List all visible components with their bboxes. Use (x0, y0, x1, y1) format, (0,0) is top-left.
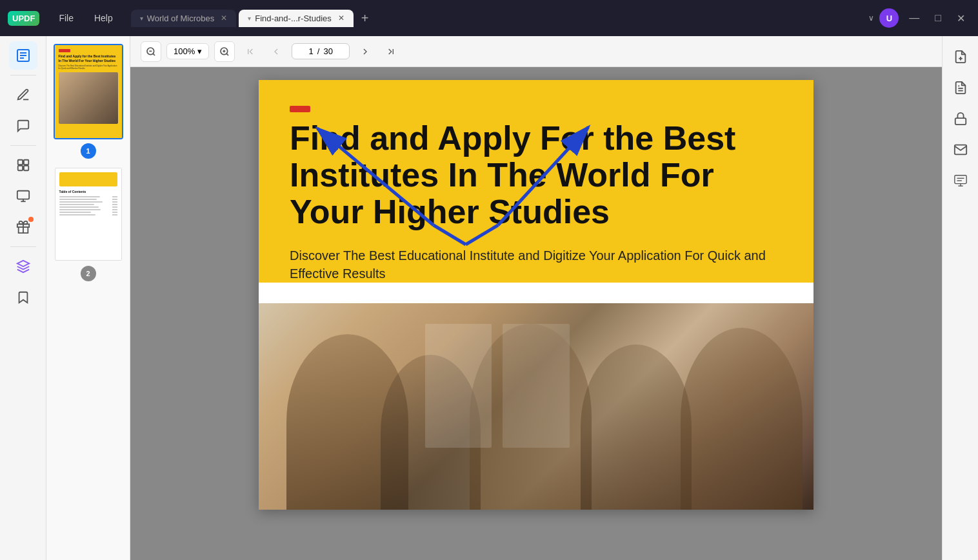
svg-rect-8 (17, 191, 28, 199)
pdf-main-title: Find and Apply For the Best Institutes I… (290, 120, 783, 231)
dropdown-arrow[interactable]: ∨ (868, 14, 874, 23)
edit-tool-icon[interactable] (9, 81, 37, 109)
pdf-subtitle: Discover The Best Educational Institute … (290, 246, 783, 283)
thumbnail-panel: Find and Apply for the Best Institutes I… (46, 36, 130, 560)
reader-mode-icon[interactable] (9, 41, 37, 70)
title-bar: UPDF File Help ▾ World of Microbes ✕ ▾ F… (0, 0, 978, 36)
tab1-close[interactable]: ✕ (221, 14, 227, 23)
page-sep: / (317, 46, 320, 56)
svg-rect-33 (954, 175, 966, 184)
email-button[interactable] (948, 137, 973, 163)
file-menu[interactable]: File (51, 10, 81, 26)
brand-logo (290, 106, 310, 112)
first-page-button[interactable] (240, 41, 261, 62)
svg-rect-4 (17, 160, 22, 165)
thumbnail-page-2[interactable]: Table of Contents 2 (52, 166, 125, 281)
zoom-in-button[interactable] (214, 41, 235, 62)
organize-tool-icon[interactable] (9, 151, 37, 179)
last-page-button[interactable] (381, 41, 401, 62)
svg-line-16 (153, 54, 155, 55)
zoom-dropdown-arrow: ▾ (197, 46, 202, 56)
next-page-button[interactable] (355, 41, 375, 62)
close-button[interactable]: ✕ (952, 10, 970, 27)
divider-1 (10, 75, 36, 75)
svg-rect-32 (955, 118, 966, 125)
security-button[interactable] (948, 106, 973, 132)
tab1-arrow: ▾ (140, 15, 143, 22)
toolbar: 100% ▾ (130, 36, 942, 67)
zoom-level-display[interactable]: 100% ▾ (166, 43, 209, 59)
current-page: 1 (309, 46, 314, 56)
tab2-label: Find-and-...r-Studies (255, 14, 332, 23)
svg-rect-5 (23, 160, 28, 165)
maximize-button[interactable]: □ (930, 10, 946, 26)
people-photo (259, 303, 813, 510)
notification-dot (28, 217, 34, 222)
pdf-image-section (259, 303, 813, 510)
thumb-img-2[interactable]: Table of Contents (54, 166, 123, 262)
pdf-brand-bar (290, 106, 783, 112)
comment-tool-icon[interactable] (9, 112, 37, 140)
zoom-out-button[interactable] (141, 41, 161, 62)
tab-world-of-microbes[interactable]: ▾ World of Microbes ✕ (131, 10, 237, 27)
center-panel: 100% ▾ (130, 36, 942, 560)
tab2-arrow: ▾ (248, 15, 251, 22)
svg-rect-6 (17, 166, 22, 170)
tabs-area: ▾ World of Microbes ✕ ▾ Find-and-...r-St… (126, 10, 864, 27)
divider-2 (10, 145, 36, 146)
add-tab-button[interactable]: + (356, 11, 374, 26)
divider-3 (10, 246, 36, 247)
svg-marker-13 (17, 261, 28, 266)
tab2-close[interactable]: ✕ (338, 14, 344, 23)
tab-find-and-studies[interactable]: ▾ Find-and-...r-Studies ✕ (239, 10, 354, 27)
layers-icon[interactable] (9, 252, 37, 281)
gift-icon[interactable] (9, 213, 37, 241)
prev-page-button[interactable] (266, 41, 286, 62)
main-layout: Find and Apply for the Best Institutes I… (0, 36, 978, 560)
minimize-button[interactable]: — (904, 10, 924, 26)
left-sidebar (0, 36, 46, 560)
svg-line-20 (226, 54, 228, 55)
total-pages: 30 (323, 46, 332, 56)
thumb-img-1[interactable]: Find and Apply for the Best Institutes I… (54, 44, 123, 139)
thumbnail-page-1[interactable]: Find and Apply for the Best Institutes I… (52, 44, 125, 159)
tab1-label: World of Microbes (147, 14, 215, 23)
right-toolbar (942, 36, 978, 560)
attachment-tool-button[interactable] (948, 44, 973, 70)
pdf-convert-button[interactable] (948, 75, 973, 101)
page-number-2: 2 (81, 266, 96, 281)
page-number-1: 1 (81, 143, 96, 159)
user-avatar[interactable]: U (879, 8, 899, 28)
page-number-input[interactable]: 1 / 30 (292, 43, 350, 59)
pdf-content-top: Find and Apply For the Best Institutes I… (259, 80, 813, 283)
pdf-viewer: Find and Apply For the Best Institutes I… (130, 67, 942, 560)
updf-logo[interactable]: UPDF (8, 11, 39, 26)
bookmark-icon[interactable] (9, 283, 37, 312)
svg-rect-7 (23, 166, 28, 170)
zoom-percent: 100% (174, 46, 195, 56)
window-controls: ∨ U — □ ✕ (868, 8, 970, 28)
page-organize-icon[interactable] (9, 182, 37, 210)
pdf-page: Find and Apply For the Best Institutes I… (259, 80, 813, 510)
help-menu[interactable]: Help (86, 10, 121, 26)
ocr-button[interactable] (948, 168, 973, 194)
